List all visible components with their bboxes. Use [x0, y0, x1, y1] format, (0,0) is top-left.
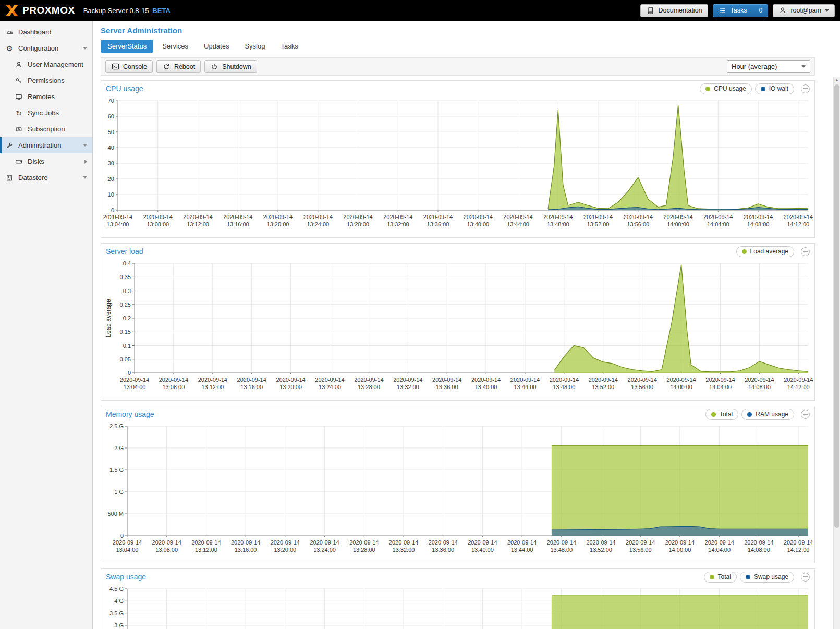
legend-item-total[interactable]: Total	[705, 409, 738, 420]
console-label: Console	[123, 63, 147, 70]
svg-text:13:24:00: 13:24:00	[313, 547, 336, 553]
tab-syslog[interactable]: Syslog	[238, 40, 272, 53]
svg-text:2020-09-14: 2020-09-14	[665, 539, 695, 546]
chevron-down-icon	[825, 9, 829, 12]
sidebar-item-subscription[interactable]: Subscription	[0, 121, 92, 137]
svg-text:2020-09-14: 2020-09-14	[103, 214, 132, 220]
collapse-panel-icon[interactable]	[801, 84, 810, 93]
sidebar-item-user-management[interactable]: User Management	[0, 56, 92, 72]
sidebar-item-datastore[interactable]: Datastore	[0, 170, 92, 186]
reboot-button[interactable]: Reboot	[156, 60, 201, 73]
svg-text:2020-09-14: 2020-09-14	[143, 214, 173, 220]
svg-text:2020-09-14: 2020-09-14	[276, 377, 305, 383]
proxmox-logo: PROXMOX	[5, 4, 75, 17]
svg-text:2020-09-14: 2020-09-14	[510, 377, 540, 383]
legend: Total RAM usage	[705, 409, 810, 420]
swap-usage-chart: 2020-09-1413:04:002020-09-1413:08:002020…	[101, 585, 813, 629]
legend-label: Load average	[750, 248, 788, 255]
sidebar-item-sync-jobs[interactable]: ↻ Sync Jobs	[0, 105, 92, 121]
shutdown-button[interactable]: Shutdown	[204, 60, 257, 73]
svg-text:0.4: 0.4	[123, 260, 131, 267]
sidebar-item-remotes[interactable]: Remotes	[0, 89, 92, 105]
tab-tasks[interactable]: Tasks	[274, 40, 305, 53]
svg-text:2020-09-14: 2020-09-14	[464, 214, 493, 220]
topbar: PROXMOX Backup Server 0.8-15 BETA Docume…	[0, 0, 840, 21]
tab-serverstatus[interactable]: ServerStatus	[101, 40, 153, 53]
svg-text:13:48:00: 13:48:00	[553, 384, 575, 390]
legend-item-cpu-usage[interactable]: CPU usage	[700, 83, 751, 94]
sidebar-item-disks[interactable]: Disks	[0, 153, 92, 170]
svg-text:2020-09-14: 2020-09-14	[354, 377, 383, 383]
scroll-up-arrow[interactable]: ▲	[834, 78, 840, 82]
collapse-panel-icon[interactable]	[801, 410, 810, 419]
sidebar-item-administration[interactable]: Administration	[0, 137, 92, 153]
caret-down-icon[interactable]	[83, 176, 87, 179]
caret-right-icon[interactable]	[84, 160, 87, 164]
topbar-actions: Documentation Tasks 0 root@pam	[640, 4, 835, 17]
svg-text:14:08:00: 14:08:00	[748, 384, 771, 390]
svg-text:14:08:00: 14:08:00	[748, 547, 770, 553]
svg-text:2020-09-14: 2020-09-14	[432, 377, 461, 383]
page-title: Server Administration	[101, 26, 840, 35]
svg-text:2020-09-14: 2020-09-14	[745, 377, 774, 383]
cpu-usage-panel: CPU usage CPU usage IO wait 2020-09-1413…	[101, 80, 815, 238]
svg-text:2020-09-14: 2020-09-14	[784, 539, 813, 546]
svg-text:13:56:00: 13:56:00	[629, 547, 652, 553]
beta-link[interactable]: BETA	[152, 7, 170, 15]
svg-text:3 G: 3 G	[114, 622, 124, 628]
vertical-scrollbar[interactable]: ▲	[833, 77, 840, 629]
svg-text:2020-09-14: 2020-09-14	[705, 539, 734, 546]
svg-text:13:56:00: 13:56:00	[631, 384, 653, 390]
user-label: root@pam	[790, 7, 821, 14]
svg-text:14:00:00: 14:00:00	[667, 221, 689, 227]
svg-text:2020-09-14: 2020-09-14	[744, 214, 773, 220]
caret-down-icon[interactable]	[83, 144, 87, 147]
svg-text:14:00:00: 14:00:00	[670, 384, 692, 390]
sidebar-item-permissions[interactable]: Permissions	[0, 72, 92, 89]
user-menu-button[interactable]: root@pam	[773, 4, 835, 17]
sidebar-item-configuration[interactable]: ⚙ Configuration	[0, 40, 92, 56]
svg-text:13:32:00: 13:32:00	[393, 547, 415, 553]
tab-services[interactable]: Services	[155, 40, 195, 53]
tab-updates[interactable]: Updates	[197, 40, 236, 53]
collapse-panel-icon[interactable]	[801, 573, 810, 582]
legend-item-total[interactable]: Total	[704, 572, 737, 583]
svg-text:2020-09-14: 2020-09-14	[663, 214, 692, 220]
legend-item-load-average[interactable]: Load average	[736, 246, 794, 257]
console-button[interactable]: Console	[105, 60, 153, 73]
documentation-button[interactable]: Documentation	[640, 4, 708, 17]
tasks-button[interactable]: Tasks 0	[713, 4, 769, 17]
server-load-panel: Server load Load average 2020-09-1413:04…	[101, 243, 815, 401]
chevron-down-icon	[801, 65, 806, 68]
svg-text:13:12:00: 13:12:00	[201, 384, 224, 390]
timeframe-select[interactable]: Hour (average)	[727, 60, 810, 73]
panel-header: Server load Load average	[101, 244, 814, 259]
sidebar-item-dashboard[interactable]: Dashboard	[0, 24, 92, 40]
svg-text:4.5 G: 4.5 G	[109, 586, 124, 592]
panel-title: Memory usage	[106, 410, 154, 418]
legend-item-ram-usage[interactable]: RAM usage	[741, 409, 794, 420]
svg-text:2020-09-14: 2020-09-14	[583, 214, 613, 220]
svg-text:2020-09-14: 2020-09-14	[589, 377, 618, 383]
svg-text:2020-09-14: 2020-09-14	[310, 539, 339, 546]
building-icon	[5, 174, 14, 182]
book-icon	[646, 7, 654, 15]
svg-text:14:04:00: 14:04:00	[707, 221, 729, 227]
legend-label: Total	[720, 410, 733, 418]
tab-bar: ServerStatus Services Updates Syslog Tas…	[101, 40, 840, 53]
gears-icon: ⚙	[5, 45, 14, 52]
caret-down-icon[interactable]	[83, 47, 87, 50]
svg-text:2020-09-14: 2020-09-14	[547, 539, 576, 546]
svg-text:13:04:00: 13:04:00	[124, 384, 146, 390]
svg-text:0.2: 0.2	[123, 315, 131, 321]
svg-text:Load average: Load average	[105, 299, 112, 337]
svg-text:2020-09-14: 2020-09-14	[120, 377, 149, 383]
legend-item-io-wait[interactable]: IO wait	[755, 83, 794, 94]
scrollbar-thumb[interactable]	[834, 84, 839, 528]
legend-item-swap-usage[interactable]: Swap usage	[740, 572, 794, 583]
svg-text:13:48:00: 13:48:00	[550, 547, 573, 553]
memory-usage-panel: Memory usage Total RAM usage 2020-09-141…	[101, 406, 815, 563]
collapse-panel-icon[interactable]	[801, 247, 810, 256]
svg-text:40: 40	[108, 144, 114, 151]
main-content: Server Administration ServerStatus Servi…	[93, 21, 840, 629]
